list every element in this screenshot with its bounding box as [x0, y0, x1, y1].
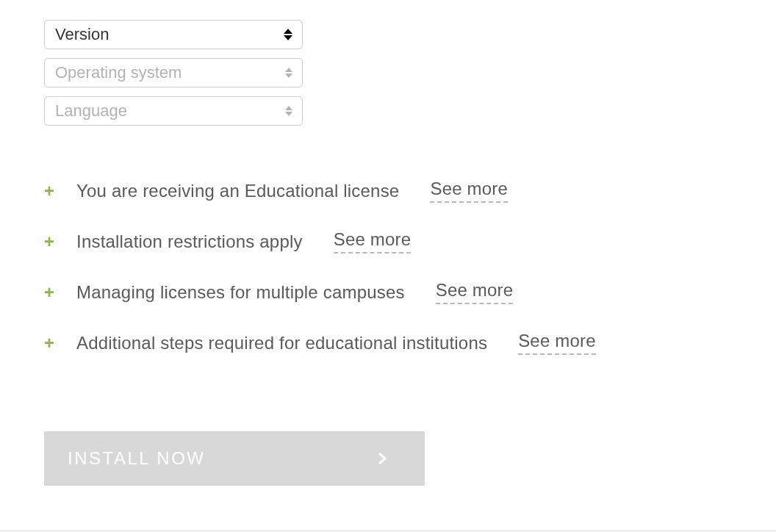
info-row: + Installation restrictions apply See mo…: [44, 229, 732, 254]
info-text: Additional steps required for educationa…: [76, 333, 487, 353]
version-select[interactable]: Version: [44, 20, 303, 49]
see-more-link[interactable]: See more: [430, 179, 508, 203]
plus-icon: +: [44, 282, 54, 303]
chevron-right-icon: [378, 452, 387, 465]
info-row: + You are receiving an Educational licen…: [44, 179, 732, 203]
info-row: + Managing licenses for multiple campuse…: [44, 280, 732, 304]
info-list: + You are receiving an Educational licen…: [44, 179, 732, 355]
plus-icon: +: [44, 333, 54, 353]
info-text: Installation restrictions apply: [76, 231, 303, 252]
install-button-label: INSTALL NOW: [68, 448, 206, 469]
install-now-button[interactable]: INSTALL NOW: [44, 431, 425, 486]
language-select-wrapper: Language: [44, 96, 303, 126]
see-more-link[interactable]: See more: [518, 331, 596, 355]
info-row: + Additional steps required for educatio…: [44, 331, 732, 355]
language-select: Language: [44, 96, 303, 126]
os-select: Operating system: [44, 58, 303, 87]
info-text: Managing licenses for multiple campuses: [76, 282, 405, 303]
plus-icon: +: [44, 231, 54, 252]
os-select-wrapper: Operating system: [44, 58, 303, 87]
info-text: You are receiving an Educational license: [76, 181, 399, 201]
plus-icon: +: [44, 181, 54, 201]
see-more-link[interactable]: See more: [436, 280, 514, 304]
see-more-link[interactable]: See more: [334, 229, 412, 254]
version-select-wrapper: Version: [44, 20, 303, 49]
